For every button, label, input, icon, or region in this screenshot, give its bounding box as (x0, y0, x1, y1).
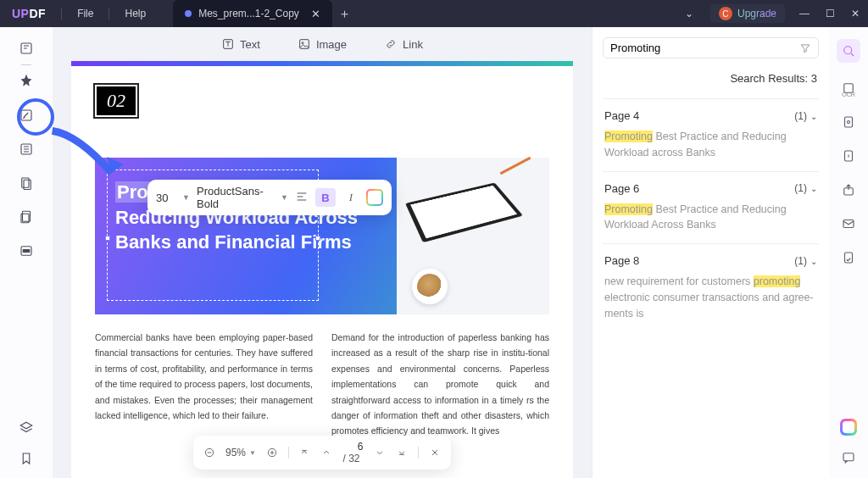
add-link-button[interactable]: Link (384, 37, 423, 51)
ocr-icon[interactable]: OCR (840, 80, 857, 97)
zoom-select[interactable]: 95%▼ (225, 447, 256, 459)
align-button[interactable] (295, 190, 309, 206)
document-page[interactable]: 02 30▼ ProductSans-Bold▼ B I Promoting B… (71, 61, 573, 478)
chat-icon[interactable] (840, 449, 857, 466)
svg-rect-16 (845, 117, 853, 127)
print-icon[interactable] (840, 249, 857, 266)
page-indicator: / 32 (343, 441, 364, 464)
svg-rect-22 (843, 453, 854, 461)
svg-point-14 (844, 47, 852, 54)
upgrade-button[interactable]: C Upgrade (710, 4, 785, 23)
text-format-toolbar: 30▼ ProductSans-Bold▼ B I (147, 180, 392, 215)
font-family-select[interactable]: ProductSans-Bold▼ (197, 185, 288, 210)
search-box (603, 37, 819, 58)
prev-page-button[interactable] (321, 447, 333, 459)
close-controls-button[interactable] (429, 447, 441, 459)
edit-toolbar: Text Image Link (53, 27, 592, 61)
italic-button[interactable]: I (342, 191, 359, 204)
close-tab-icon[interactable]: ✕ (311, 8, 320, 20)
font-size-select[interactable]: 30▼ (156, 192, 190, 204)
page-controls: 95%▼ / 32 (193, 436, 451, 470)
color-picker-button[interactable] (366, 189, 383, 206)
user-avatar: C (719, 7, 732, 20)
menu-file[interactable]: File (65, 8, 105, 19)
tab-title: Mes_prem...1-2_Copy (198, 8, 299, 19)
filter-icon[interactable] (799, 42, 811, 54)
svg-rect-20 (843, 220, 854, 228)
crop-icon[interactable] (19, 209, 34, 225)
document-tab[interactable]: Mes_prem...1-2_Copy ✕ (173, 0, 332, 27)
zoom-out-button[interactable] (203, 447, 215, 459)
page-input[interactable] (343, 441, 364, 453)
title-bar: UPDF File Help Mes_prem...1-2_Copy ✕ ＋ ⌄… (0, 0, 868, 27)
left-sidebar (0, 27, 53, 478)
body-column-2[interactable]: Demand for the introduction of paperless… (331, 330, 549, 439)
add-tab-button[interactable]: ＋ (332, 6, 358, 22)
upgrade-label: Upgrade (737, 8, 776, 19)
search-panel: Search Results: 3 Page 4(1)⌄ Promoting B… (592, 27, 829, 478)
chapter-number: 02 (95, 85, 137, 117)
decorative-bar (71, 61, 573, 66)
redact-icon[interactable] (19, 243, 34, 258)
hero-image (397, 158, 549, 314)
tab-dot-icon (185, 10, 192, 17)
annotation-arrow (47, 127, 124, 186)
maximize-button[interactable]: ☐ (817, 8, 843, 19)
bookmark-icon[interactable] (19, 451, 34, 466)
close-window-button[interactable]: ✕ (843, 8, 868, 19)
reader-icon[interactable] (19, 41, 34, 56)
chevron-down-icon[interactable]: ⌄ (675, 8, 704, 19)
editor-area: Text Image Link 02 30▼ ProductSans-Bold▼… (53, 27, 592, 478)
add-text-button[interactable]: Text (221, 37, 260, 51)
comment-icon[interactable] (19, 74, 34, 89)
coffee-illustration (412, 269, 448, 304)
layers-icon[interactable] (19, 420, 34, 436)
svg-rect-8 (23, 250, 30, 253)
svg-point-17 (848, 121, 850, 124)
search-result-item[interactable]: Page 6(1)⌄ Promoting Best Practice and R… (603, 171, 819, 244)
compress-icon[interactable] (840, 114, 857, 131)
body-columns: Commercial banks have been employing pap… (95, 330, 549, 439)
search-icon[interactable] (837, 39, 860, 63)
ai-icon[interactable] (840, 419, 857, 436)
annotation-circle (17, 98, 54, 136)
email-icon[interactable] (840, 215, 857, 232)
organize-icon[interactable] (19, 175, 34, 191)
page-tools-icon[interactable] (19, 142, 34, 157)
svg-point-11 (302, 42, 303, 44)
minimize-button[interactable]: — (792, 8, 817, 19)
search-results-count: Search Results: 3 (604, 72, 817, 85)
last-page-button[interactable] (396, 447, 408, 459)
share-icon[interactable] (840, 181, 857, 198)
next-page-button[interactable] (374, 447, 386, 459)
search-result-item[interactable]: Page 4(1)⌄ Promoting Best Practice and R… (603, 98, 819, 171)
menu-help[interactable]: Help (113, 8, 158, 19)
svg-rect-21 (845, 253, 853, 263)
first-page-button[interactable] (299, 447, 311, 459)
body-column-1[interactable]: Commercial banks have been employing pap… (95, 330, 313, 439)
zoom-in-button[interactable] (266, 447, 278, 459)
right-sidebar: OCR (829, 27, 868, 478)
add-image-button[interactable]: Image (298, 37, 347, 51)
search-input[interactable] (610, 42, 799, 54)
protect-icon[interactable] (840, 147, 857, 164)
bold-button[interactable]: B (315, 188, 336, 207)
app-logo: UPDF (0, 7, 58, 20)
search-result-item[interactable]: Page 8(1)⌄ new requirement for customers… (603, 243, 819, 331)
laptop-illustration (405, 183, 523, 243)
pen-illustration (500, 157, 531, 175)
